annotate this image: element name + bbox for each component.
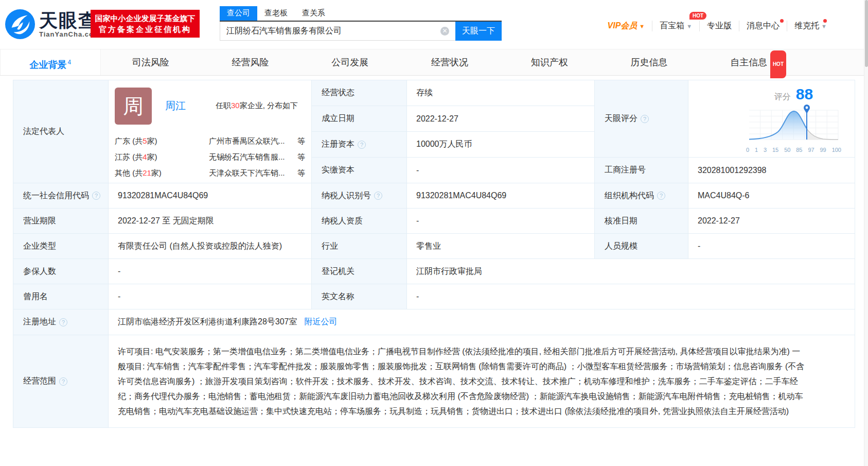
scrollbar-thumb[interactable] bbox=[865, 0, 868, 67]
certification-badge: 国家中小企业发展子基金旗下 官方备案企业征信机构 bbox=[91, 10, 200, 38]
field-label-registered-address: 注册地址 bbox=[13, 309, 109, 335]
menu-messages[interactable]: 消息中心 bbox=[739, 21, 787, 31]
tab-company-development[interactable]: 公司发展 bbox=[300, 49, 400, 75]
field-label-registered-capital: 注册资本 bbox=[312, 132, 407, 158]
search-area: 查公司 查老板 查关系 天眼一下 bbox=[220, 6, 502, 41]
tianyancha-logo-icon bbox=[5, 9, 35, 39]
field-value-insured-count: - bbox=[109, 259, 312, 284]
field-value-status: 存续 bbox=[407, 80, 595, 106]
avatar[interactable]: 周 bbox=[115, 88, 152, 125]
help-icon[interactable] bbox=[92, 192, 100, 200]
help-icon[interactable] bbox=[59, 377, 67, 386]
field-label-established: 成立日期 bbox=[312, 106, 407, 132]
tab-history-info[interactable]: 历史信息 bbox=[599, 49, 699, 75]
nearby-companies-link[interactable]: 附近公司 bbox=[305, 317, 338, 327]
search-tab-company[interactable]: 查公司 bbox=[220, 6, 257, 21]
legal-representative-region-list: 广东 (共5家) 广州市番禺区众联汽... 等 江苏 (共4家) 无锡纷石汽车销… bbox=[115, 133, 311, 181]
field-value-business-term: 2022-12-27 至 无固定期限 bbox=[109, 209, 312, 234]
field-label-legal-representative: 法定代表人 bbox=[13, 80, 109, 183]
field-value-company-type: 有限责任公司 (自然人投资或控股的法人独资) bbox=[109, 234, 312, 259]
region-company: 无锡纷石汽车销售服... bbox=[209, 149, 297, 165]
field-label-insured-count: 参保人数 bbox=[13, 259, 109, 284]
score-headline: 评分88 bbox=[746, 85, 841, 103]
help-icon[interactable] bbox=[641, 115, 649, 123]
field-label-tianyan-score: 天眼评分 bbox=[595, 80, 688, 158]
score-value: 88 bbox=[796, 85, 813, 102]
site-logo[interactable]: 天眼查 TianYanCha.com bbox=[5, 9, 100, 39]
chevron-down-icon bbox=[639, 23, 645, 29]
tianyan-score-cell: 评分88 bbox=[688, 80, 855, 158]
menu-pro[interactable]: 专业版 bbox=[699, 21, 739, 31]
menu-toolbox[interactable]: 百宝箱HOT bbox=[652, 21, 699, 31]
field-label-credit-code: 统一社会信用代码 bbox=[13, 183, 109, 209]
field-label-former-name: 曾用名 bbox=[13, 284, 109, 309]
field-value-english-name: - bbox=[407, 284, 855, 309]
help-icon[interactable] bbox=[358, 141, 366, 149]
score-axis-ticks: 0131550859799100 bbox=[746, 147, 841, 153]
field-label-industry: 行业 bbox=[312, 234, 407, 259]
field-label-registration-number: 工商注册号 bbox=[595, 158, 688, 183]
region-row: 广东 (共5家) 广州市番禺区众联汽... 等 bbox=[115, 133, 311, 149]
tab-operating-status[interactable]: 经营状况 bbox=[400, 49, 500, 75]
region-row: 江苏 (共4家) 无锡纷石汽车销售服... 等 bbox=[115, 149, 311, 165]
certification-line2: 官方备案企业征信机构 bbox=[91, 24, 200, 34]
search-input[interactable] bbox=[220, 22, 455, 41]
help-icon[interactable] bbox=[657, 192, 665, 200]
region-row: 其他 (共21家) 天津众联天下汽车销... 等 bbox=[115, 165, 311, 181]
field-value-registration-number: 320281001292398 bbox=[688, 158, 855, 183]
tab-count: 4 bbox=[68, 59, 72, 66]
field-label-paid-capital: 实缴资本 bbox=[312, 158, 407, 183]
field-label-status: 经营状态 bbox=[312, 80, 407, 106]
search-button[interactable]: 天眼一下 bbox=[455, 22, 502, 41]
menu-vip[interactable]: VIP会员 bbox=[600, 21, 652, 31]
tab-intellectual-property[interactable]: 知识产权 bbox=[500, 49, 599, 75]
field-value-industry: 零售业 bbox=[407, 234, 595, 259]
menu-user[interactable]: 维克托 bbox=[787, 21, 834, 31]
field-label-business-scope: 经营范围 bbox=[13, 335, 109, 428]
chevron-down-icon bbox=[686, 23, 692, 29]
tab-self-published-info[interactable]: 自主信息HOT bbox=[699, 49, 799, 75]
hot-badge: HOT bbox=[689, 12, 706, 20]
field-value-former-name: - bbox=[109, 284, 312, 309]
page-scrollbar bbox=[864, 0, 868, 466]
chevron-down-icon bbox=[821, 23, 827, 29]
legal-representative-name-link[interactable]: 周江 bbox=[165, 99, 186, 113]
help-icon[interactable] bbox=[59, 318, 67, 326]
legal-representative-cell: 周 周江 任职30家企业, 分布如下 广东 (共5家) 广州市番禺区众联汽...… bbox=[109, 80, 312, 183]
field-label-staff-size: 人员规模 bbox=[595, 234, 688, 259]
search-tab-boss[interactable]: 查老板 bbox=[257, 6, 295, 21]
tab-operating-risk[interactable]: 经营风险 bbox=[201, 49, 300, 75]
field-value-registered-capital: 10000万人民币 bbox=[407, 132, 595, 158]
field-label-taxpayer-id: 纳税人识别号 bbox=[312, 183, 407, 209]
certification-line1: 国家中小企业发展子基金旗下 bbox=[91, 13, 200, 24]
field-value-approval-date: 2022-12-27 bbox=[688, 209, 855, 234]
field-value-paid-capital: - bbox=[407, 158, 595, 183]
field-value-registered-address: 江阴市临港经济开发区利港街道利康路28号307室 附近公司 bbox=[109, 309, 855, 335]
field-label-registry: 登记机关 bbox=[312, 259, 407, 284]
field-label-org-code: 组织机构代码 bbox=[595, 183, 688, 209]
tab-company-background[interactable]: 企业背景4 bbox=[0, 49, 101, 75]
field-value-registry: 江阴市行政审批局 bbox=[407, 259, 855, 284]
region-company: 天津众联天下汽车销... bbox=[209, 165, 297, 181]
clear-icon[interactable] bbox=[440, 27, 449, 36]
field-value-established: 2022-12-27 bbox=[407, 106, 595, 132]
tab-judicial-risk[interactable]: 司法风险 bbox=[101, 49, 201, 75]
field-label-english-name: 英文名称 bbox=[312, 284, 407, 309]
field-value-business-scope: 许可项目: 电气安装服务；第一类增值电信业务；第二类增值电信业务；广播电视节目制… bbox=[109, 335, 855, 428]
field-label-taxpayer-quality: 纳税人资质 bbox=[312, 209, 407, 234]
field-label-approval-date: 核准日期 bbox=[595, 209, 688, 234]
legal-representative-summary: 任职30家企业, 分布如下 bbox=[216, 101, 298, 111]
field-value-staff-size: - bbox=[688, 234, 855, 259]
search-tabs: 查公司 查老板 查关系 bbox=[220, 6, 502, 22]
field-label-business-term: 营业期限 bbox=[13, 209, 109, 234]
field-value-org-code: MAC4U84Q-6 bbox=[688, 183, 855, 209]
help-icon[interactable] bbox=[374, 192, 382, 200]
field-value-taxpayer-quality: - bbox=[407, 209, 595, 234]
search-tab-relation[interactable]: 查关系 bbox=[295, 6, 332, 21]
company-info-table: 法定代表人 周 周江 任职30家企业, 分布如下 广东 (共5家) 广州市番禺区… bbox=[13, 80, 855, 428]
notification-dot bbox=[780, 19, 784, 23]
field-label-company-type: 企业类型 bbox=[13, 234, 109, 259]
notification-dot bbox=[823, 19, 827, 23]
region-company: 广州市番禺区众联汽... bbox=[209, 133, 297, 149]
score-distribution-chart bbox=[746, 103, 841, 144]
